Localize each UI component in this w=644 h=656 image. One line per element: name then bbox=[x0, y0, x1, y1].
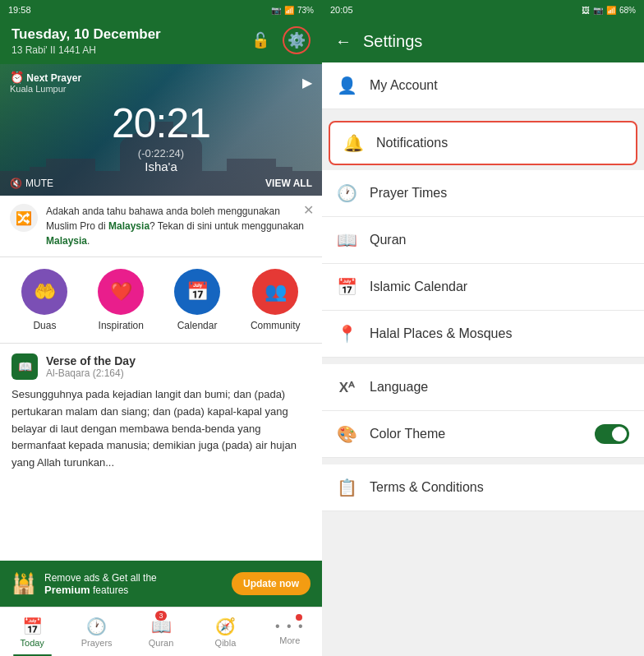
banner-text: Adakah anda tahu bahawa anda boleh mengg… bbox=[46, 204, 312, 248]
calendar-label: Calendar bbox=[177, 320, 218, 331]
islamic-calendar-icon: 📅 bbox=[337, 277, 356, 297]
left-panel: 19:58 📷 📶 73% Tuesday, 10 December 13 Ra… bbox=[0, 0, 322, 656]
header-action-icons: 🔓 ⚙️ bbox=[246, 26, 310, 54]
settings-item-islamic-calendar[interactable]: 📅 Islamic Calendar bbox=[322, 264, 644, 311]
settings-title: Settings bbox=[363, 32, 422, 51]
status-icons-right: 🖼 📷 📶 68% bbox=[582, 6, 636, 15]
wifi-icon-right: 📶 bbox=[606, 6, 616, 15]
nav-quran[interactable]: 📖 3 Quran bbox=[129, 607, 193, 656]
prayer-bottom-row: 🔇 MUTE VIEW ALL bbox=[10, 178, 312, 189]
settings-item-language[interactable]: Xᴬ Language bbox=[322, 364, 644, 411]
translation-banner[interactable]: 🔀 Adakah anda tahu bahawa anda boleh men… bbox=[0, 196, 322, 257]
date-text: Tuesday, 10 December bbox=[12, 26, 161, 43]
islamic-calendar-label: Islamic Calendar bbox=[370, 279, 629, 294]
action-calendar[interactable]: 📅 Calendar bbox=[174, 269, 220, 331]
halal-places-label: Halal Places & Mosques bbox=[370, 326, 629, 341]
section-gap-1 bbox=[322, 109, 644, 116]
battery-left: 73% bbox=[297, 6, 314, 15]
verse-meta: Verse of the Day Al-Baqara (2:164) bbox=[46, 354, 136, 379]
nav-qibla[interactable]: 🧭 Qibla bbox=[193, 607, 257, 656]
verse-title: Verse of the Day bbox=[46, 354, 136, 367]
status-bar-right: 20:05 🖼 📷 📶 68% bbox=[322, 0, 644, 20]
settings-item-notifications[interactable]: 🔔 Notifications bbox=[329, 121, 637, 165]
nav-quran-label: Quran bbox=[149, 638, 174, 648]
promo-mosque-icon: 🕌 bbox=[12, 572, 36, 595]
nav-more[interactable]: • • • More bbox=[258, 607, 322, 656]
notifications-icon: 🔔 bbox=[343, 133, 363, 153]
section-gap-2 bbox=[322, 358, 644, 364]
community-label: Community bbox=[251, 320, 301, 331]
translate-icon: 🔀 bbox=[10, 204, 38, 232]
prayer-hero: ⏰ Next Prayer Kuala Lumpur ▶ 20:21 (-0:2… bbox=[0, 64, 322, 196]
more-icon: • • • bbox=[275, 619, 305, 634]
terms-icon: 📋 bbox=[337, 478, 356, 497]
section-gap-3 bbox=[322, 458, 644, 464]
status-icons-left: 📷 📶 73% bbox=[271, 6, 314, 15]
settings-item-my-account[interactable]: 👤 My Account bbox=[322, 62, 644, 109]
my-account-icon: 👤 bbox=[337, 76, 356, 95]
verse-text: Sesungguhnya pada kejadian langit dan bu… bbox=[12, 386, 310, 472]
banner-close-button[interactable]: ✕ bbox=[303, 202, 314, 218]
duas-icon: 🤲 bbox=[21, 269, 67, 315]
color-theme-icon: 🎨 bbox=[337, 424, 356, 444]
lock-icon[interactable]: 🔓 bbox=[246, 26, 274, 54]
prayer-times-icon: 🕐 bbox=[337, 183, 356, 203]
settings-item-prayer-times[interactable]: 🕐 Prayer Times bbox=[322, 170, 644, 217]
nav-today-label: Today bbox=[21, 638, 44, 648]
quran-badge: 3 bbox=[155, 611, 167, 621]
more-badge bbox=[296, 614, 302, 621]
view-all-button[interactable]: VIEW ALL bbox=[265, 178, 312, 189]
image-icon: 🖼 bbox=[582, 6, 590, 15]
verse-header: 📖 Verse of the Day Al-Baqara (2:164) bbox=[12, 353, 310, 380]
app-header-left: Tuesday, 10 December 13 Rabi' II 1441 AH… bbox=[0, 20, 322, 64]
action-duas[interactable]: 🤲 Duas bbox=[21, 269, 67, 331]
prayer-location: Kuala Lumpur bbox=[10, 84, 81, 94]
halal-places-icon: 📍 bbox=[337, 324, 356, 344]
inspiration-label: Inspiration bbox=[99, 320, 144, 331]
verse-card: 📖 Verse of the Day Al-Baqara (2:164) Ses… bbox=[0, 344, 322, 561]
settings-item-quran[interactable]: 📖 Quran bbox=[322, 217, 644, 264]
verse-ref: Al-Baqara (2:164) bbox=[46, 367, 136, 379]
prayer-times-label: Prayer Times bbox=[370, 186, 629, 201]
forward-arrow-icon[interactable]: ▶ bbox=[302, 75, 312, 90]
time-left: 19:58 bbox=[8, 5, 31, 15]
settings-item-terms[interactable]: 📋 Terms & Conditions bbox=[322, 464, 644, 511]
notifications-label: Notifications bbox=[376, 136, 623, 150]
camera-icon: 📷 bbox=[271, 6, 281, 15]
calendar-icon: 📅 bbox=[174, 269, 220, 315]
my-account-label: My Account bbox=[370, 78, 629, 93]
prayer-name: Isha'a bbox=[145, 159, 177, 173]
nav-today[interactable]: 📅 Today bbox=[0, 607, 64, 656]
bottom-nav: 📅 Today 🕐 Prayers 📖 3 Quran 🧭 Qibla • • … bbox=[0, 607, 322, 656]
qibla-icon: 🧭 bbox=[215, 617, 236, 636]
settings-item-color-theme[interactable]: 🎨 Color Theme bbox=[322, 411, 644, 458]
back-button[interactable]: ← bbox=[335, 32, 352, 51]
promo-text: Remove ads & Get all the Premium feature… bbox=[44, 572, 223, 596]
action-community[interactable]: 👥 Community bbox=[251, 269, 301, 331]
color-theme-label: Color Theme bbox=[370, 427, 582, 441]
nav-prayers[interactable]: 🕐 Prayers bbox=[64, 607, 128, 656]
quran-settings-icon: 📖 bbox=[337, 230, 356, 250]
battery-right: 68% bbox=[619, 6, 636, 15]
verse-icon: 📖 bbox=[12, 353, 38, 380]
nav-qibla-label: Qibla bbox=[215, 638, 237, 648]
prayers-icon: 🕐 bbox=[86, 617, 107, 636]
update-now-button[interactable]: Update now bbox=[232, 572, 310, 595]
hijri-date: 13 Rabi' II 1441 AH bbox=[12, 44, 161, 56]
inspiration-icon: ❤️ bbox=[98, 269, 144, 315]
mute-button[interactable]: 🔇 MUTE bbox=[10, 178, 53, 189]
date-info: Tuesday, 10 December 13 Rabi' II 1441 AH bbox=[12, 26, 161, 56]
quick-actions: 🤲 Duas ❤️ Inspiration 📅 Calendar 👥 Commu… bbox=[0, 257, 322, 344]
settings-list: 👤 My Account 🔔 Notifications 🕐 Prayer Ti… bbox=[322, 62, 644, 656]
settings-item-halal-places[interactable]: 📍 Halal Places & Mosques bbox=[322, 311, 644, 358]
volume-icon: 🔇 bbox=[10, 178, 22, 189]
color-theme-toggle[interactable] bbox=[595, 424, 629, 444]
next-prayer-label: ⏰ Next Prayer bbox=[10, 71, 81, 84]
prayer-countdown: (-0:22:24) bbox=[138, 147, 184, 159]
duas-label: Duas bbox=[33, 320, 56, 331]
status-bar-left: 19:58 📷 📶 73% bbox=[0, 0, 322, 20]
promo-banner: 🕌 Remove ads & Get all the Premium featu… bbox=[0, 561, 322, 607]
action-inspiration[interactable]: ❤️ Inspiration bbox=[98, 269, 144, 331]
settings-header: ← Settings bbox=[322, 20, 644, 62]
gear-icon[interactable]: ⚙️ bbox=[283, 26, 310, 54]
